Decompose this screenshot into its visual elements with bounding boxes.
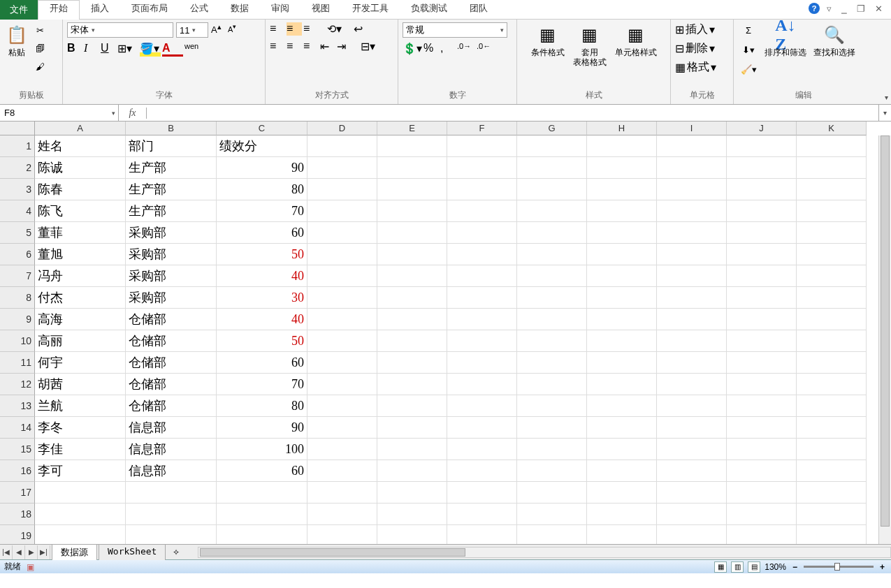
cell[interactable] bbox=[517, 439, 587, 460]
cell[interactable] bbox=[797, 482, 867, 504]
cell[interactable]: 采购部 bbox=[126, 244, 217, 265]
cell[interactable] bbox=[307, 482, 377, 504]
cell[interactable] bbox=[307, 135, 377, 157]
cell[interactable]: 100 bbox=[217, 439, 307, 460]
cell[interactable]: 仓储部 bbox=[126, 309, 217, 330]
row-header[interactable]: 8 bbox=[0, 287, 35, 309]
row-header[interactable]: 1 bbox=[0, 135, 35, 157]
tab-视图[interactable]: 视图 bbox=[300, 0, 341, 20]
cell[interactable] bbox=[587, 504, 657, 525]
autosum-icon[interactable]: Σ bbox=[738, 22, 759, 38]
cell[interactable] bbox=[797, 200, 867, 222]
fx-icon[interactable]: fx bbox=[119, 108, 147, 119]
align-middle-icon[interactable]: ≡ bbox=[287, 22, 302, 36]
cell[interactable] bbox=[447, 504, 517, 525]
cell[interactable] bbox=[797, 460, 867, 482]
cell[interactable] bbox=[377, 157, 447, 179]
increase-font-icon[interactable]: A▴ bbox=[211, 22, 225, 38]
column-header-J[interactable]: J bbox=[727, 122, 797, 135]
row-header[interactable]: 4 bbox=[0, 200, 35, 222]
cell[interactable] bbox=[447, 200, 517, 222]
cell[interactable]: 采购部 bbox=[126, 265, 217, 287]
cell[interactable] bbox=[727, 417, 797, 439]
cell[interactable] bbox=[517, 352, 587, 374]
cell[interactable] bbox=[447, 525, 517, 544]
cell[interactable] bbox=[377, 200, 447, 222]
align-bottom-icon[interactable]: ≡ bbox=[303, 22, 319, 36]
column-header-I[interactable]: I bbox=[657, 122, 727, 135]
cell[interactable] bbox=[727, 265, 797, 287]
fill-icon[interactable]: ⬇▾ bbox=[738, 42, 759, 57]
cell[interactable] bbox=[727, 460, 797, 482]
cell[interactable]: 80 bbox=[217, 179, 307, 200]
cell[interactable] bbox=[587, 179, 657, 200]
cell[interactable]: 30 bbox=[217, 287, 307, 309]
ribbon-collapse-icon[interactable]: ▾ bbox=[885, 94, 888, 101]
zoom-in-icon[interactable]: + bbox=[878, 562, 887, 572]
cell[interactable] bbox=[587, 352, 657, 374]
fill-color-icon[interactable]: 🪣▾ bbox=[140, 42, 161, 57]
cell[interactable]: 60 bbox=[217, 460, 307, 482]
align-center-icon[interactable]: ≡ bbox=[287, 40, 302, 53]
row-header[interactable]: 10 bbox=[0, 330, 35, 352]
cell[interactable] bbox=[517, 417, 587, 439]
help-icon[interactable]: ? bbox=[809, 3, 820, 14]
cell[interactable]: 陈春 bbox=[35, 179, 126, 200]
cell[interactable] bbox=[797, 309, 867, 330]
cell[interactable] bbox=[377, 135, 447, 157]
wrap-text-icon[interactable]: ↩ bbox=[354, 22, 369, 36]
cell[interactable] bbox=[307, 244, 377, 265]
cell[interactable] bbox=[797, 179, 867, 200]
cell[interactable] bbox=[447, 244, 517, 265]
cell[interactable] bbox=[517, 330, 587, 352]
cell[interactable] bbox=[657, 330, 727, 352]
cell[interactable] bbox=[797, 244, 867, 265]
sort-filter-button[interactable]: A↓Z 排序和筛选 bbox=[763, 22, 808, 59]
cell[interactable] bbox=[657, 287, 727, 309]
cell[interactable] bbox=[517, 504, 587, 525]
cell[interactable] bbox=[657, 135, 727, 157]
cell[interactable] bbox=[727, 309, 797, 330]
cell[interactable] bbox=[517, 135, 587, 157]
sheet-nav-button[interactable]: ◀ bbox=[13, 545, 25, 559]
underline-button[interactable]: U bbox=[101, 42, 116, 57]
cell[interactable] bbox=[377, 417, 447, 439]
cell[interactable]: 仓储部 bbox=[126, 352, 217, 374]
font-size-select[interactable]: 11▾ bbox=[176, 22, 208, 38]
new-sheet-icon[interactable]: ✧ bbox=[168, 546, 184, 559]
cell[interactable] bbox=[587, 287, 657, 309]
page-break-view-icon[interactable]: ▤ bbox=[748, 561, 760, 573]
orientation-icon[interactable]: ⟲▾ bbox=[327, 22, 345, 36]
cell[interactable] bbox=[377, 525, 447, 544]
cell[interactable] bbox=[307, 439, 377, 460]
column-header-K[interactable]: K bbox=[797, 122, 867, 135]
cell[interactable] bbox=[727, 352, 797, 374]
cell[interactable]: 90 bbox=[217, 157, 307, 179]
row-header[interactable]: 5 bbox=[0, 222, 35, 244]
cell[interactable] bbox=[217, 504, 307, 525]
sheet-tab-WorkSheet[interactable]: WorkSheet bbox=[99, 544, 166, 560]
cell[interactable]: 部门 bbox=[126, 135, 217, 157]
row-header[interactable]: 2 bbox=[0, 157, 35, 179]
cell[interactable] bbox=[587, 417, 657, 439]
cell[interactable]: 仓储部 bbox=[126, 374, 217, 395]
cell[interactable] bbox=[657, 525, 727, 544]
tab-开发工具[interactable]: 开发工具 bbox=[341, 0, 400, 20]
cell[interactable] bbox=[517, 309, 587, 330]
cell[interactable] bbox=[517, 482, 587, 504]
row-header[interactable]: 9 bbox=[0, 309, 35, 330]
cell[interactable] bbox=[377, 504, 447, 525]
zoom-slider[interactable] bbox=[804, 566, 874, 568]
cell[interactable]: 50 bbox=[217, 244, 307, 265]
row-header[interactable]: 12 bbox=[0, 374, 35, 395]
format-table-button[interactable]: ▦ 套用表格格式 bbox=[572, 22, 608, 68]
cell[interactable]: 李可 bbox=[35, 460, 126, 482]
cell[interactable] bbox=[727, 157, 797, 179]
cell[interactable] bbox=[587, 309, 657, 330]
cell[interactable] bbox=[657, 460, 727, 482]
cell[interactable] bbox=[447, 135, 517, 157]
column-header-H[interactable]: H bbox=[587, 122, 657, 135]
tab-公式[interactable]: 公式 bbox=[179, 0, 219, 20]
cell[interactable] bbox=[307, 460, 377, 482]
align-top-icon[interactable]: ≡ bbox=[270, 22, 285, 36]
